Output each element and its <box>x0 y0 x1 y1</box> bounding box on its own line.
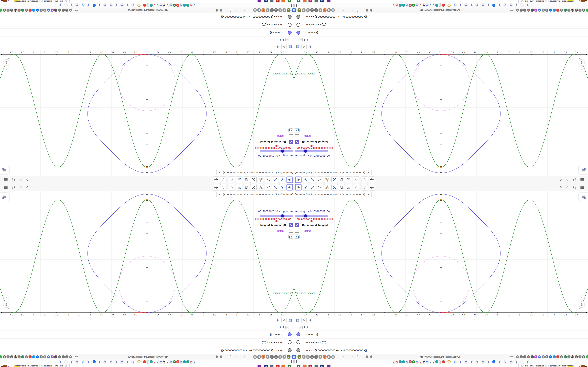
graphics-view[interactable]: -2.4-2.2-2-1.8-1.6-1.4-1.2-1-0.8-0.6-0.4… <box>0 50 294 176</box>
extension-icon[interactable]: UO <box>571 8 574 12</box>
bookmark-favicon[interactable]: ✾ <box>425 360 429 364</box>
row-kebab-icon[interactable]: ⋮ <box>2 15 5 18</box>
bookmark-favicon[interactable] <box>143 4 146 7</box>
bookmark-favicon[interactable]: ▣ <box>137 4 140 7</box>
bookmark-favicon[interactable]: ✾ <box>464 360 468 364</box>
zoom-in-button[interactable]: + <box>3 302 9 307</box>
tool-slider[interactable]: a = 2 <box>220 176 226 183</box>
globe-icon[interactable]: ⊕ <box>266 8 269 12</box>
collapse-button[interactable]: − <box>299 325 303 329</box>
extension-icon[interactable]: ○ <box>7 355 10 359</box>
extension-icon[interactable]: ⚙ <box>3 355 6 359</box>
headset-icon[interactable]: ∩ <box>270 355 274 359</box>
bookmark-favicon[interactable]: ✾ <box>75 3 79 7</box>
algebra-row-funcnames[interactable]: funcNames = {" "} ⋮ <box>0 338 294 346</box>
bookmark-favicon[interactable]: ∿ <box>412 4 415 7</box>
collapse-button[interactable]: − <box>299 38 303 42</box>
search-button[interactable] <box>11 177 16 182</box>
bookmark-favicon[interactable]: G <box>81 360 85 364</box>
pinned-tab[interactable]: 🦊 <box>303 365 307 367</box>
globe-icon[interactable]: ⊕ <box>266 355 269 359</box>
extension-icon[interactable]: A <box>69 355 72 359</box>
pinned-tab[interactable]: 64 <box>320 365 324 367</box>
extension-icon[interactable]: ⚙ <box>545 8 548 12</box>
extension-icon[interactable]: + <box>549 8 552 12</box>
function-view-button[interactable]: ƒx <box>301 318 307 323</box>
row-kebab-icon[interactable]: ⋮ <box>583 31 586 34</box>
bookmark-favicon[interactable]: G <box>405 3 409 7</box>
bookmark-favicon[interactable]: W <box>422 3 425 7</box>
algebra-panel-toggle[interactable] <box>579 192 588 201</box>
extension-icon[interactable]: A <box>538 8 541 12</box>
bookmark-favicon[interactable]: W <box>163 360 166 364</box>
globe-icon[interactable]: ⊕ <box>253 8 257 12</box>
shield-icon[interactable] <box>366 9 368 12</box>
bookmark-favicon[interactable]: ✾ <box>498 360 501 364</box>
pinned-tab[interactable]: ▦ <box>297 0 301 2</box>
overflow-chevron-icon[interactable]: ⌃ <box>585 4 587 7</box>
curvature-tangent-checkbox-row[interactable]: ✓ Curvature & Tangent <box>260 140 293 144</box>
globe-icon[interactable]: ⊕ <box>282 8 286 12</box>
bookmark-favicon[interactable]: f <box>64 3 68 7</box>
system-monitor-tab[interactable]: ⌃⌃ 0.06 0.00 0.17 0.89 20 263 253 721 34… <box>518 364 588 367</box>
arc-length-slider-knob[interactable] <box>304 214 307 217</box>
tool-angle[interactable]: α <box>346 184 352 191</box>
extension-icon[interactable] <box>556 8 560 12</box>
bookmark-favicon[interactable]: f <box>520 360 524 364</box>
row-kebab-icon[interactable]: ⋮ <box>583 341 586 344</box>
undo-button[interactable] <box>559 177 564 182</box>
tool-point[interactable]: A <box>279 176 285 183</box>
extension-icon[interactable]: 0 <box>43 8 46 12</box>
bookmark-favicon[interactable]: ✾ <box>526 360 529 364</box>
tool-slider[interactable]: a = 2 <box>220 184 226 191</box>
bookmark-favicon[interactable] <box>442 4 445 7</box>
pin-icon[interactable]: ▼ <box>292 8 294 12</box>
bookmark-favicon[interactable]: ✾ <box>159 360 163 364</box>
extension-icon[interactable]: ◈ <box>575 355 578 359</box>
bookmark-favicon[interactable]: G <box>169 360 173 364</box>
pinned-tab[interactable]: ◕ <box>327 0 331 2</box>
gear-icon[interactable]: ⚙ <box>257 8 261 12</box>
bookmark-favicon[interactable] <box>183 4 186 7</box>
globe-icon[interactable]: ⊕ <box>302 355 306 359</box>
extension-dot-icon[interactable] <box>352 10 353 11</box>
bookmark-favicon[interactable] <box>150 360 153 363</box>
arc-position-slider-knob[interactable] <box>276 220 277 222</box>
extension-dot-icon[interactable] <box>346 10 347 11</box>
bookmark-favicon[interactable] <box>150 4 153 7</box>
undo-button[interactable] <box>24 177 29 182</box>
folder-icon[interactable] <box>356 356 359 358</box>
pinned-tab[interactable]: 🦊 <box>303 0 307 2</box>
tool-polygon[interactable] <box>324 176 330 183</box>
visibility-toggle-funcs[interactable] <box>296 15 300 19</box>
firefox-tools-icon[interactable]: 🔧 <box>323 8 327 12</box>
bookmark-favicon[interactable]: G <box>395 3 399 7</box>
bookmark-favicon[interactable] <box>399 360 402 363</box>
extension-icon[interactable]: ▭ <box>17 355 21 359</box>
search-button[interactable] <box>11 185 16 190</box>
extension-icon[interactable]: 0 <box>542 8 545 12</box>
extension-icon[interactable]: ↻ <box>527 8 530 12</box>
table-view-button[interactable] <box>288 44 293 49</box>
row-kebab-icon[interactable]: ⋮ <box>2 341 5 344</box>
pinned-tab[interactable]: ⚙ <box>308 0 312 2</box>
bookmark-favicon[interactable]: G <box>419 3 422 7</box>
tracing-checkbox[interactable] <box>295 134 299 138</box>
gear-icon[interactable]: ⚙ <box>257 355 261 359</box>
pin-icon[interactable]: ▼ <box>292 355 294 359</box>
extension-icon[interactable]: ↓ <box>553 355 556 359</box>
algebra-menu-kebab[interactable]: ⋮ <box>270 319 273 322</box>
bookmark-favicon[interactable]: ✾ <box>476 360 479 364</box>
bookmark-favicon[interactable]: ✾ <box>104 3 107 7</box>
curvature-tangent-checkbox[interactable]: ✓ <box>295 140 299 144</box>
bookmark-favicon[interactable] <box>492 360 495 363</box>
extension-icon[interactable]: ▤ <box>560 355 563 359</box>
bookmark-favicon[interactable]: G <box>415 360 419 364</box>
step-animation-button[interactable] <box>288 128 293 133</box>
arc-position-slider-knob[interactable] <box>311 145 312 147</box>
extension-dot-icon[interactable] <box>235 10 236 11</box>
tool-point[interactable]: A <box>303 176 309 183</box>
settings-button[interactable]: ⚙ <box>275 44 280 49</box>
bookmark-favicon[interactable] <box>402 360 405 363</box>
bookmark-favicon[interactable]: ▣ <box>448 4 451 7</box>
